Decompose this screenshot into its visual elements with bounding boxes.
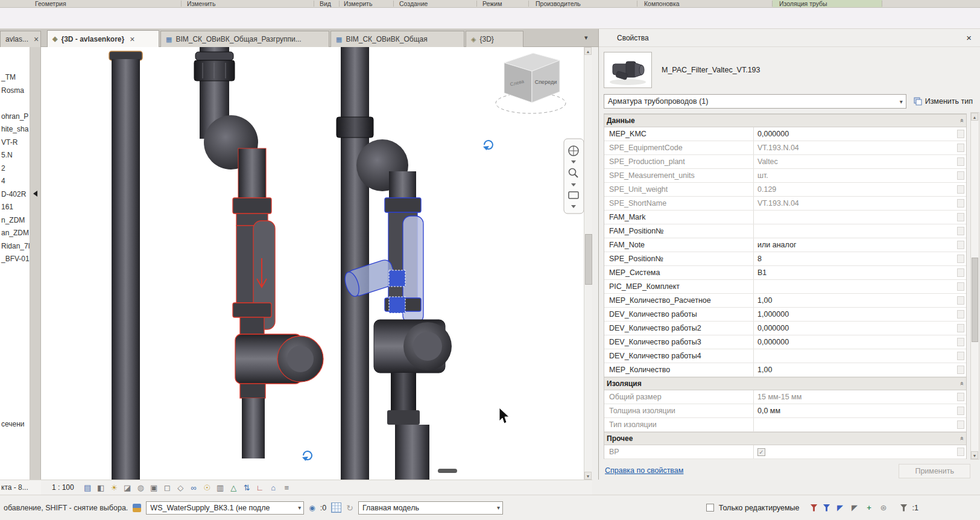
associate-param-box[interactable]: [957, 407, 964, 415]
associate-param-box[interactable]: [957, 157, 964, 166]
shadows-icon[interactable]: ◪: [122, 483, 133, 493]
valve-assembly-selected-blue[interactable]: [337, 47, 452, 480]
panel-splitter[interactable]: [30, 47, 41, 480]
ribbon-panel-label[interactable]: Режим: [482, 0, 502, 7]
browser-item[interactable]: 5.N: [0, 149, 30, 162]
temporary-hide-icon[interactable]: ∞: [189, 483, 199, 493]
browser-item[interactable]: n_ZDM: [0, 214, 30, 227]
property-value[interactable]: или аналог: [754, 238, 956, 252]
property-value[interactable]: [754, 224, 956, 238]
property-value[interactable]: ✓: [754, 445, 956, 458]
analytical-model-icon[interactable]: △: [229, 483, 239, 493]
associate-param-box[interactable]: [957, 199, 964, 208]
filter-edit-icon[interactable]: [811, 504, 818, 512]
property-value[interactable]: 0,000000: [754, 127, 956, 141]
sun-path-icon[interactable]: ☀: [109, 483, 119, 493]
view-tab[interactable]: ◈{3D}: [466, 31, 523, 47]
property-value[interactable]: 1,00: [754, 363, 956, 376]
selection-grip[interactable]: [389, 270, 405, 287]
ribbon-panel-label[interactable]: Измерить: [344, 0, 372, 7]
drag-select-icon[interactable]: +: [865, 503, 874, 512]
browser-item[interactable]: an_ZDM: [0, 227, 30, 240]
associate-param-box[interactable]: [957, 130, 964, 138]
browser-item[interactable]: сечени: [1, 420, 25, 428]
associate-param-box[interactable]: [957, 324, 964, 332]
associate-param-box[interactable]: [957, 255, 964, 263]
worksharing-display-icon[interactable]: [331, 503, 341, 513]
ribbon-panel-label[interactable]: Вид: [320, 0, 331, 7]
property-value[interactable]: [754, 418, 956, 431]
selection-filter-icon[interactable]: [900, 504, 908, 512]
rotate-gizmo-icon[interactable]: [483, 141, 493, 150]
property-value[interactable]: VT.193.N.04: [754, 141, 956, 154]
browser-item[interactable]: 4: [0, 175, 30, 188]
browser-item[interactable]: 2: [0, 162, 30, 176]
ribbon-panel-label[interactable]: Изменить: [187, 0, 215, 7]
browser-item[interactable]: 161: [0, 201, 30, 214]
scroll-down-icon[interactable]: ▼: [584, 472, 592, 480]
close-icon[interactable]: ×: [966, 33, 972, 42]
ribbon-panel-label[interactable]: Геометрия: [35, 0, 66, 7]
property-value[interactable]: 0,000000: [754, 322, 956, 335]
viewport-vertical-scrollbar[interactable]: ▲ ▼: [584, 47, 592, 480]
collapse-chevron-icon[interactable]: »: [958, 119, 965, 122]
browser-item[interactable]: _BFV-01: [0, 253, 30, 266]
sync-icon[interactable]: ↻: [346, 503, 353, 513]
selection-grip[interactable]: [389, 297, 405, 313]
type-preview-image[interactable]: [604, 52, 652, 88]
property-value[interactable]: 15 мм-15 мм: [754, 390, 956, 404]
3d-scene[interactable]: Спереди Слева: [41, 47, 584, 480]
navigation-bar[interactable]: [564, 139, 584, 214]
view-tab[interactable]: ◈{3D - avlasenkore}×: [47, 30, 159, 47]
show-crop-icon[interactable]: ◻: [162, 483, 172, 493]
collapse-chevron-icon[interactable]: »: [958, 437, 965, 440]
scrollbar-thumb[interactable]: [585, 234, 592, 285]
rendering-icon[interactable]: ◍: [136, 483, 146, 493]
requests-icon[interactable]: ◉: [309, 504, 315, 512]
constraints-icon[interactable]: ∟: [255, 483, 265, 493]
tab-close-icon[interactable]: ×: [130, 34, 134, 44]
properties-help-link[interactable]: Справка по свойствам: [605, 466, 683, 475]
associate-param-box[interactable]: [957, 185, 964, 194]
properties-scrollbar[interactable]: ▲ ▼: [970, 112, 979, 460]
rotate-gizmo-icon[interactable]: [302, 451, 312, 461]
browser-item[interactable]: VT-R: [0, 136, 30, 150]
crop-view-icon[interactable]: ▣: [149, 483, 159, 493]
browser-item[interactable]: Rosma: [0, 84, 30, 98]
associate-param-box[interactable]: [957, 144, 964, 152]
scrollbar-thumb[interactable]: [972, 258, 978, 342]
view-tab[interactable]: avlas...×: [0, 31, 41, 47]
associate-param-box[interactable]: [957, 171, 964, 180]
browser-bottom-label[interactable]: кта - 8...: [0, 480, 41, 495]
browser-item[interactable]: Ridan_7l: [0, 240, 30, 253]
browser-item[interactable]: hite_sha: [0, 123, 30, 136]
editable-only-checkbox[interactable]: [706, 504, 714, 512]
scroll-up-icon[interactable]: ▲: [971, 113, 978, 121]
view-tab[interactable]: ▦BIM_СК_ОВиВК_Общая_Разгруппи...: [160, 31, 329, 47]
temporary-view-properties-icon[interactable]: ▥: [215, 483, 226, 493]
select-pin-icon[interactable]: ◤: [850, 503, 859, 512]
reveal-hidden-icon[interactable]: ☉: [202, 483, 212, 493]
edit-type-button[interactable]: Изменить тип: [911, 97, 975, 106]
select-link-icon[interactable]: ◤: [836, 503, 845, 512]
section-header[interactable]: Прочее»: [604, 432, 966, 445]
section-header[interactable]: Данные»: [604, 114, 966, 127]
view-tab[interactable]: ▦BIM_СК_ОВиВК_Общая: [330, 31, 464, 47]
editable-only-label[interactable]: Только редактируемые: [719, 504, 800, 512]
property-value[interactable]: [754, 280, 956, 293]
filter-clear-icon[interactable]: [823, 504, 830, 512]
associate-param-box[interactable]: [957, 366, 964, 374]
viewcube-front-label[interactable]: Спереди: [535, 79, 557, 85]
property-value[interactable]: Valtec: [754, 155, 956, 168]
ribbon-panel-label[interactable]: Изоляция трубы: [779, 0, 827, 7]
scroll-up-icon[interactable]: ▲: [584, 47, 592, 55]
lock-view-icon[interactable]: ◇: [175, 483, 186, 493]
property-value[interactable]: 0.129: [754, 183, 956, 196]
associate-param-box[interactable]: [957, 352, 964, 360]
browser-item[interactable]: D-402R: [0, 188, 30, 201]
ribbon-panel-label[interactable]: Компоновка: [644, 0, 680, 7]
properties-header[interactable]: Свойства ×: [599, 29, 980, 47]
pipe-left[interactable]: [109, 51, 142, 480]
ribbon-panel-label[interactable]: Создание: [399, 0, 428, 7]
associate-param-box[interactable]: [957, 448, 964, 456]
